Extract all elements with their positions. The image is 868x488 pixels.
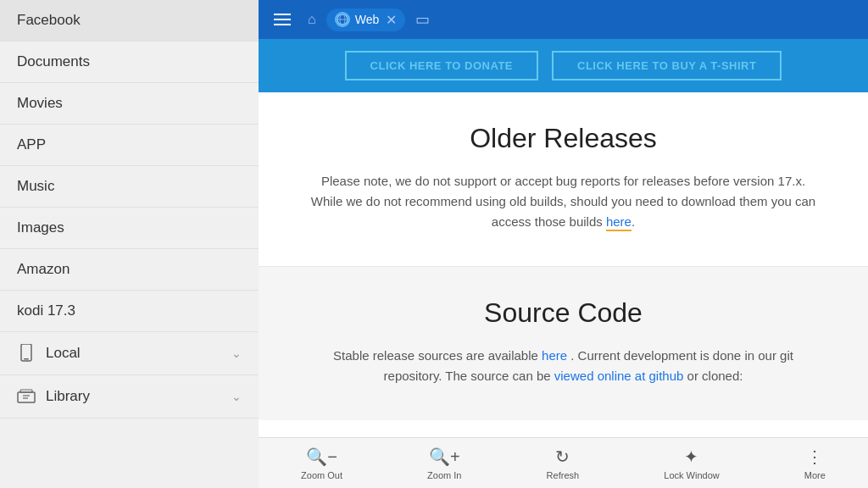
globe-icon	[335, 12, 350, 27]
sidebar-item-images[interactable]: Images	[0, 208, 259, 249]
library-icon	[17, 387, 36, 406]
donate-button[interactable]: CLICK HERE TO DONATE	[345, 51, 538, 80]
older-releases-text: Please note, we do not support or accept…	[309, 171, 817, 232]
browser-toolbar: ⌂ Web ✕ ▭	[259, 0, 868, 39]
phone-icon	[17, 344, 36, 363]
source-code-link2[interactable]: viewed online at github	[554, 369, 684, 383]
source-code-title: Source Code	[309, 297, 817, 329]
refresh-icon: ↻	[555, 446, 570, 467]
chevron-down-icon: ⌄	[231, 390, 242, 403]
lock-window-icon: ✦	[684, 446, 698, 467]
lock-window-button[interactable]: ✦ Lock Window	[650, 441, 732, 485]
web-content: CLICK HERE TO DONATE CLICK HERE TO BUY A…	[259, 39, 868, 437]
sidebar-item-documents[interactable]: Documents	[0, 42, 259, 83]
source-code-link1[interactable]: here	[542, 348, 567, 363]
sidebar-item-movies[interactable]: Movies	[0, 83, 259, 125]
bottom-bar: 🔍− Zoom Out 🔍+ Zoom In ↻ Refresh ✦ Lock …	[259, 437, 868, 488]
source-code-text: Stable release sources are available her…	[309, 346, 817, 386]
tshirt-button[interactable]: CLICK HERE TO BUY A T-SHIRT	[552, 51, 782, 80]
sidebar-item-local[interactable]: Local ⌄	[0, 332, 259, 375]
svg-rect-3	[20, 390, 32, 392]
new-tab-button[interactable]: ▭	[412, 7, 433, 32]
donate-bar: CLICK HERE TO DONATE CLICK HERE TO BUY A…	[259, 39, 868, 92]
tab-close-button[interactable]: ✕	[386, 12, 397, 28]
menu-button[interactable]	[267, 10, 298, 29]
more-icon: ⋮	[806, 446, 823, 467]
svg-rect-1	[24, 358, 29, 360]
source-code-section: Source Code Stable release sources are a…	[259, 267, 868, 420]
sidebar-item-kodi[interactable]: kodi 17.3	[0, 291, 259, 332]
sidebar-item-library[interactable]: Library ⌄	[0, 375, 259, 419]
sidebar-item-facebook[interactable]: Facebook	[0, 0, 259, 42]
older-releases-title: Older Releases	[309, 123, 817, 154]
sidebar-item-app[interactable]: APP	[0, 125, 259, 166]
zoom-in-button[interactable]: 🔍+ Zoom In	[414, 441, 475, 485]
active-tab[interactable]: Web ✕	[326, 8, 406, 31]
older-releases-section: Older Releases Please note, we do not su…	[259, 92, 868, 267]
older-releases-link[interactable]: here	[606, 214, 632, 231]
svg-rect-2	[18, 392, 35, 402]
zoom-out-icon: 🔍−	[306, 446, 337, 467]
sidebar-item-amazon[interactable]: Amazon	[0, 249, 259, 291]
chevron-down-icon: ⌄	[231, 347, 242, 360]
main-area: ⌂ Web ✕ ▭ CLICK HERE TO DONATE CLICK HER…	[259, 0, 868, 488]
zoom-in-icon: 🔍+	[429, 446, 460, 467]
refresh-button[interactable]: ↻ Refresh	[533, 441, 593, 485]
more-button[interactable]: ⋮ More	[791, 441, 839, 485]
home-button[interactable]: ⌂	[304, 8, 320, 30]
tab-label: Web	[355, 13, 380, 26]
sidebar-item-music[interactable]: Music	[0, 166, 259, 208]
zoom-out-button[interactable]: 🔍− Zoom Out	[287, 441, 356, 485]
sidebar: Facebook Documents Movies APP Music Imag…	[0, 0, 259, 488]
